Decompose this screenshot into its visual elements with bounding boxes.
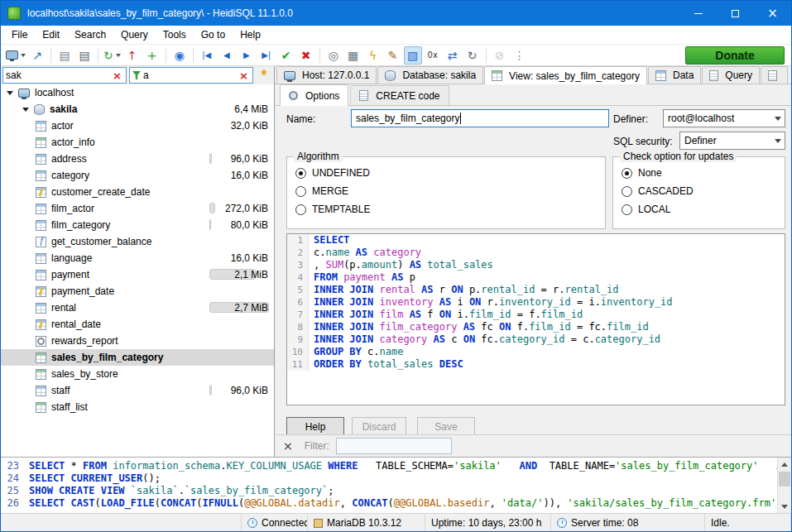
view-name-input[interactable]: sales_by_film_category bbox=[351, 109, 609, 127]
tree-item-rewards-report[interactable]: rewards_report bbox=[1, 333, 274, 349]
clock-icon bbox=[247, 518, 257, 528]
tree-item-rental-date[interactable]: rental_date bbox=[1, 316, 274, 333]
tree-item-payment[interactable]: payment2,1 MiB bbox=[1, 266, 274, 283]
search-icon[interactable]: ◎ bbox=[324, 46, 343, 65]
tree-item-get-customer-balance[interactable]: get_customer_balance bbox=[1, 233, 274, 250]
insert-icon[interactable]: + bbox=[143, 46, 161, 65]
algorithm-radio-temptable[interactable]: TEMPTABLE bbox=[295, 200, 605, 218]
swap-icon[interactable]: ⇄ bbox=[444, 46, 462, 65]
scroll-down-icon[interactable] bbox=[778, 500, 791, 513]
nav-first-icon[interactable]: |◀ bbox=[198, 46, 216, 65]
subtab-create-code[interactable]: CREATE code bbox=[350, 85, 449, 105]
scroll-up-icon[interactable] bbox=[778, 458, 791, 471]
reconnect-icon[interactable]: ↻ bbox=[463, 46, 482, 65]
copy-icon[interactable]: ▤ bbox=[55, 46, 74, 65]
table-filter-input[interactable] bbox=[6, 69, 111, 81]
tab-database-sakila[interactable]: Database: sakila bbox=[377, 66, 483, 84]
goto-host-icon[interactable]: ↗ bbox=[28, 46, 46, 65]
tree-item-sales-by-film-category[interactable]: sales_by_film_category bbox=[1, 349, 274, 366]
tree-item-category[interactable]: category16,0 KiB bbox=[1, 167, 274, 184]
tree-item-rental[interactable]: rental2,7 MiB bbox=[1, 300, 274, 316]
tree-item-customer-create-date[interactable]: customer_create_date bbox=[1, 184, 274, 200]
expand-icon[interactable] bbox=[22, 108, 29, 112]
algorithm-radio-merge[interactable]: MERGE bbox=[295, 182, 605, 200]
check-option-radio-cascaded[interactable]: CASCADED bbox=[622, 182, 785, 200]
export-database-icon[interactable]: ↑ bbox=[123, 46, 142, 65]
scroll-thumb[interactable] bbox=[779, 472, 790, 486]
post-icon[interactable]: ✔ bbox=[277, 46, 295, 65]
run-routine-icon[interactable]: ϟ bbox=[364, 46, 382, 65]
view-icon bbox=[36, 352, 46, 363]
hex-view-icon[interactable]: 0x bbox=[424, 46, 442, 65]
donate-button[interactable]: Donate bbox=[685, 46, 785, 65]
chevron-down-icon[interactable] bbox=[770, 139, 785, 143]
log-line: 26SELECT CAST(LOAD_FILE(CONCAT(IFNULL(@@… bbox=[1, 497, 791, 510]
status-segment-2: MariaDB 10.3.12 bbox=[308, 514, 425, 532]
clear-data-filter-icon[interactable]: × bbox=[238, 69, 250, 82]
nav-prev-icon[interactable]: ◀ bbox=[218, 46, 236, 65]
menu-query[interactable]: Query bbox=[113, 26, 156, 43]
sql-editor-box[interactable]: 1SELECT2c.name AS category3, SUM(p.amoun… bbox=[286, 233, 785, 405]
cancel-icon[interactable]: ✖ bbox=[297, 46, 315, 65]
tree-item-film-actor[interactable]: film_actor272,0 KiB bbox=[1, 200, 274, 217]
subtab-options[interactable]: Options bbox=[280, 84, 348, 106]
tree-item-localhost[interactable]: localhost bbox=[1, 84, 274, 101]
refresh-icon[interactable]: ↻ bbox=[103, 46, 122, 65]
toolbar-separator bbox=[319, 48, 320, 63]
tab-host-127-0-0-1[interactable]: Host: 127.0.0.1 bbox=[276, 66, 377, 84]
tree-item-film-category[interactable]: film_category80,0 KiB bbox=[1, 217, 274, 233]
session-manager-icon[interactable] bbox=[5, 46, 26, 65]
menu-edit[interactable]: Edit bbox=[35, 26, 67, 43]
edit-icon[interactable]: ✎ bbox=[384, 46, 402, 65]
check-option-radio-none[interactable]: None bbox=[622, 164, 785, 182]
print-icon[interactable]: ▤ bbox=[75, 46, 94, 65]
data-filter-input[interactable] bbox=[143, 69, 238, 81]
clear-table-filter-icon[interactable]: × bbox=[111, 69, 123, 82]
menu-file[interactable]: File bbox=[4, 26, 35, 43]
minimize-button[interactable] bbox=[679, 1, 717, 26]
size-label: 16,0 KiB bbox=[231, 252, 268, 264]
close-button[interactable]: × bbox=[754, 1, 791, 26]
status-text: Server time: 08 bbox=[571, 517, 638, 529]
filter-toggle-icon[interactable]: ▧ bbox=[404, 46, 422, 65]
nav-last-icon[interactable]: ▶| bbox=[257, 46, 276, 65]
tree-item-sakila[interactable]: sakila6,4 MiB bbox=[1, 101, 274, 117]
discard-button[interactable]: Discard bbox=[352, 417, 406, 436]
maximize-button[interactable] bbox=[717, 1, 754, 26]
log-scrollbar[interactable] bbox=[777, 458, 791, 513]
menu-help[interactable]: Help bbox=[233, 26, 268, 43]
toolbar-icons: ↗▤▤↻↑+◉|◀◀▶▶|✔✖◎▦ϟ✎▧0x⇄↻⊘⋮ bbox=[1, 46, 530, 65]
tab-data[interactable]: Data bbox=[648, 66, 701, 84]
definer-combo[interactable]: root@localhost bbox=[663, 109, 785, 127]
tree-item-actor-info[interactable]: actor_info bbox=[1, 134, 274, 151]
save-button[interactable]: Save bbox=[417, 417, 475, 436]
grid-view-icon[interactable]: ▦ bbox=[344, 46, 362, 65]
tab-view-sales-by-film-category[interactable]: View: sales_by_film_category bbox=[484, 66, 647, 84]
tab-new-tab[interactable] bbox=[761, 66, 788, 84]
menu-search[interactable]: Search bbox=[67, 26, 113, 43]
tree-item-staff-list[interactable]: staff_list bbox=[1, 399, 274, 415]
tree-item-address[interactable]: address96,0 KiB bbox=[1, 151, 274, 167]
menu-go-to[interactable]: Go to bbox=[194, 26, 233, 43]
chevron-down-icon[interactable] bbox=[770, 117, 785, 121]
filter-input[interactable] bbox=[336, 438, 452, 454]
tree-item-sales-by-store[interactable]: sales_by_store bbox=[1, 366, 274, 382]
connection-icon[interactable]: ◉ bbox=[170, 46, 189, 65]
tree-item-language[interactable]: language16,0 KiB bbox=[1, 250, 274, 266]
menu-tools[interactable]: Tools bbox=[156, 26, 194, 43]
favorites-star-icon[interactable]: * bbox=[256, 67, 272, 84]
tab-query[interactable]: Query bbox=[702, 66, 760, 84]
tree-item-actor[interactable]: actor32,0 KiB bbox=[1, 117, 274, 134]
line-number: 1 bbox=[287, 234, 309, 247]
expand-icon[interactable] bbox=[7, 91, 13, 95]
nav-next-icon[interactable]: ▶ bbox=[238, 46, 256, 65]
close-filter-icon[interactable]: × bbox=[283, 439, 293, 453]
function-icon bbox=[36, 237, 46, 247]
overflow-icon[interactable]: ⋮ bbox=[511, 46, 529, 65]
check-option-radio-local[interactable]: LOCAL bbox=[622, 200, 785, 218]
sql-security-combo[interactable]: Definer bbox=[679, 132, 785, 150]
tree-item-staff[interactable]: staff96,0 KiB bbox=[1, 382, 274, 399]
tree-item-payment-date[interactable]: payment_date bbox=[1, 283, 274, 300]
algorithm-radio-undefined[interactable]: UNDEFINED bbox=[295, 164, 605, 182]
help-button[interactable]: Help bbox=[286, 417, 344, 436]
